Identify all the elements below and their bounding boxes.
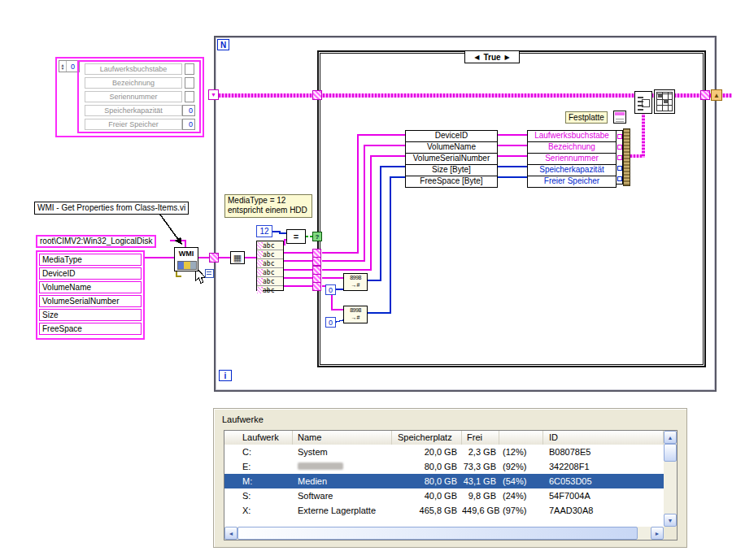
bundle-field-label[interactable]: Seriennummer bbox=[528, 153, 616, 164]
table-row-selected[interactable]: M: Medien 80,0 GB 43,1 GB (54%) 6C053D05 bbox=[224, 474, 664, 488]
cluster-field-value[interactable] bbox=[185, 63, 194, 75]
wire-label[interactable]: DeviceID bbox=[406, 131, 497, 141]
scan-arrow-glyph: →# bbox=[344, 281, 367, 289]
property-item[interactable]: FreeSpace bbox=[39, 323, 142, 335]
string-to-number-node-2[interactable]: 8998 →# bbox=[343, 306, 368, 323]
array-function-icon[interactable] bbox=[654, 89, 675, 114]
cluster-constant-icon[interactable] bbox=[613, 111, 626, 124]
case-prev-arrow-icon[interactable]: ◀ bbox=[474, 54, 479, 61]
vi-name-text: WMI - Get Properties from Class-Items.vi bbox=[37, 203, 185, 212]
wmi-class-constant[interactable]: root\CIMV2:Win32_LogicalDisk bbox=[36, 235, 156, 248]
case-selector-tunnel[interactable]: ? bbox=[312, 232, 322, 241]
column-header-percent[interactable] bbox=[499, 431, 543, 445]
property-item[interactable]: MediaType bbox=[39, 254, 142, 266]
tunnel-array-out[interactable] bbox=[700, 90, 710, 100]
numeric-constant-12[interactable]: 12 bbox=[256, 225, 272, 237]
column-header-laufwerk[interactable]: Laufwerk bbox=[224, 431, 293, 445]
loop-count-terminal[interactable]: N bbox=[217, 39, 229, 50]
vi-name-label[interactable]: WMI - Get Properties from Class-Items.vi bbox=[34, 202, 189, 215]
column-header-id[interactable]: ID bbox=[543, 431, 664, 445]
horizontal-scroll-thumb[interactable] bbox=[237, 527, 638, 540]
scan-digits-glyph: 8998 bbox=[344, 306, 367, 314]
property-item[interactable]: VolumeSerialNumber bbox=[39, 295, 142, 307]
index-array-icon[interactable]: ▦ bbox=[230, 251, 245, 264]
wire-label[interactable]: FreeSpace [Byte] bbox=[406, 176, 497, 187]
comment-label[interactable]: MediaType = 12 entspricht einem HDD bbox=[224, 194, 312, 218]
vertical-scroll-thumb[interactable] bbox=[664, 444, 677, 462]
bundle-by-name-node[interactable]: Laufwerksbuchstabe Bezeichnung Seriennum… bbox=[527, 130, 617, 188]
bundle-field-label[interactable]: Laufwerksbuchstabe bbox=[528, 131, 616, 141]
abc-glyph: abc bbox=[263, 278, 274, 285]
drive-id: 7AAD30A8 bbox=[543, 503, 664, 518]
bundle-type-column bbox=[617, 130, 623, 184]
constant-12-value: 12 bbox=[259, 227, 268, 236]
bundle-field-label[interactable]: Speicherkapazität bbox=[528, 164, 616, 176]
loop-iteration-terminal[interactable]: i bbox=[219, 370, 232, 381]
redacted-blur bbox=[298, 462, 343, 470]
equal-node[interactable]: = bbox=[286, 229, 306, 244]
drive-free-percent: (12%) bbox=[499, 445, 543, 459]
wmi-vi-icon[interactable]: WMI bbox=[174, 247, 198, 271]
property-item[interactable]: DeviceID bbox=[39, 267, 142, 280]
annotation-arrow bbox=[160, 215, 181, 244]
wmi-icon-text: WMI bbox=[175, 248, 198, 259]
table-row[interactable]: E: 80,0 GB 73,3 GB (92%) 342208F1 bbox=[224, 459, 664, 474]
wire-label[interactable]: VolumeSerialNumber bbox=[406, 153, 497, 164]
property-item[interactable]: VolumeName bbox=[39, 281, 142, 293]
numeric-constant-zero-1[interactable]: 0 bbox=[325, 284, 336, 295]
scan-digits-glyph: 8998 bbox=[344, 274, 367, 281]
panel-title: Laufwerke bbox=[222, 415, 264, 424]
wire-label[interactable]: Size [Byte] bbox=[406, 164, 497, 176]
drive-table: Laufwerk Name Speicherplatz Frei ID C: S… bbox=[224, 430, 678, 540]
tunnel-string-5[interactable] bbox=[312, 282, 321, 291]
shift-register-right[interactable]: ▲ bbox=[711, 89, 722, 101]
cluster-field-label[interactable]: Seriennummer bbox=[85, 91, 182, 102]
string-to-number-node-1[interactable]: 8998 →# bbox=[343, 273, 368, 291]
abc-glyph: abc bbox=[263, 242, 274, 250]
table-row[interactable]: S: Software 40,0 GB 9,8 GB (24%) 54F7004… bbox=[224, 488, 664, 503]
scroll-left-button[interactable]: ◄ bbox=[224, 527, 237, 540]
scroll-right-button[interactable]: ► bbox=[651, 527, 664, 540]
scan-arrow-glyph: →# bbox=[344, 314, 367, 321]
column-header-frei[interactable]: Frei bbox=[462, 431, 499, 445]
scroll-down-button[interactable]: ▼ bbox=[664, 514, 677, 527]
festplatte-label[interactable]: Festplatte bbox=[565, 111, 608, 124]
string-index-node[interactable]: abc abc abc abc abc abc bbox=[256, 241, 284, 291]
property-item[interactable]: Size bbox=[39, 309, 142, 321]
cluster-field-label[interactable]: Laufwerksbuchstabe bbox=[85, 63, 182, 75]
tunnel-string-2[interactable] bbox=[312, 257, 321, 266]
column-header-name[interactable]: Name bbox=[293, 431, 392, 445]
bundle-field-label[interactable]: Freier Speicher bbox=[528, 176, 616, 187]
cluster-field-value[interactable] bbox=[185, 77, 194, 89]
wire-label[interactable]: VolumeName bbox=[406, 141, 497, 153]
numeric-constant-zero-2[interactable]: 0 bbox=[325, 317, 336, 328]
bundle-field-label[interactable]: Bezeichnung bbox=[528, 141, 616, 153]
array-index-arrows[interactable]: ▲▼ bbox=[59, 61, 67, 72]
wmi-class-text: root\CIMV2:Win32_LogicalDisk bbox=[40, 237, 152, 245]
cluster-field-label[interactable]: Bezeichnung bbox=[85, 77, 182, 89]
build-array-icon[interactable] bbox=[634, 91, 652, 114]
table-row[interactable]: C: System 20,0 GB 2,3 GB (12%) B08078E5 bbox=[224, 445, 664, 459]
cluster-field-value[interactable] bbox=[185, 91, 194, 102]
cluster-field-label[interactable]: Speicherkapazität bbox=[85, 105, 182, 116]
column-header-speicherplatz[interactable]: Speicherplatz bbox=[392, 431, 462, 445]
table-row[interactable]: X: Externe Lagerplatte 465,8 GB 449,6 GB… bbox=[224, 503, 664, 518]
tunnel-wmi-array[interactable] bbox=[209, 253, 219, 263]
cluster-field-label[interactable]: Freier Speicher bbox=[85, 119, 182, 130]
zero-value: 0 bbox=[329, 319, 333, 327]
wire-label-column: DeviceID VolumeName VolumeSerialNumber S… bbox=[405, 130, 498, 188]
case-next-arrow-icon[interactable]: ▶ bbox=[505, 54, 510, 61]
drive-free-percent: (54%) bbox=[499, 474, 543, 488]
case-selector-value: True bbox=[483, 53, 500, 62]
shift-register-left[interactable]: ▼ bbox=[208, 89, 219, 100]
drive-name: Medien bbox=[293, 474, 392, 488]
table-header: Laufwerk Name Speicherplatz Frei ID bbox=[224, 431, 664, 445]
cluster-field-value[interactable]: 0 bbox=[182, 119, 195, 130]
case-selector[interactable]: ◀ True ▶ bbox=[464, 50, 520, 63]
horizontal-scrollbar[interactable]: ◄ ► bbox=[224, 527, 664, 540]
cluster-field-value[interactable]: 0 bbox=[182, 105, 195, 116]
tunnel-array-in[interactable] bbox=[312, 90, 322, 100]
vertical-scrollbar[interactable]: ▲ ▼ bbox=[664, 431, 677, 527]
drive-free-percent: (97%) bbox=[499, 503, 543, 518]
scroll-up-button[interactable]: ▲ bbox=[664, 431, 677, 444]
